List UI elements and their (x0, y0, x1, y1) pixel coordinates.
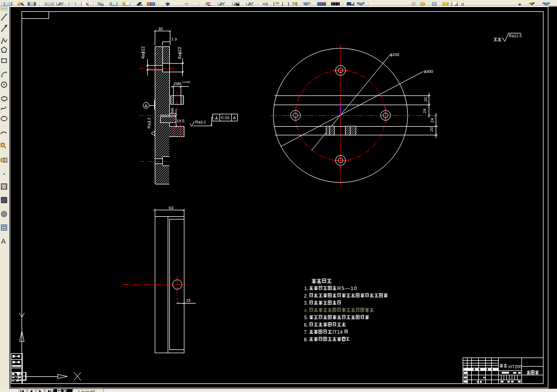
svg-text:Layout1: Layout1 (78, 389, 95, 392)
